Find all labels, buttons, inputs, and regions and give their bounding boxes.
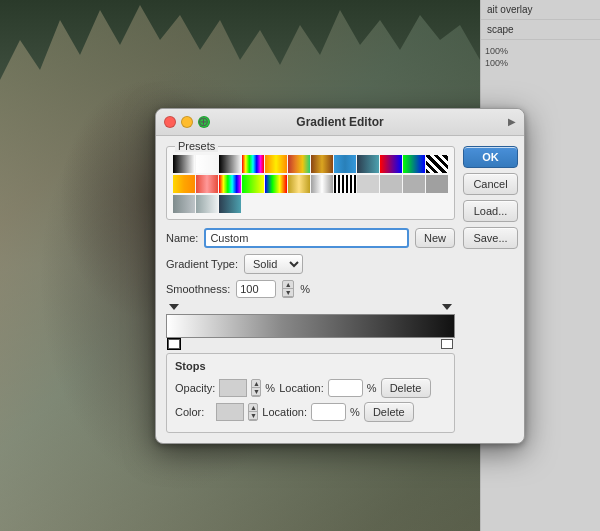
preset-12[interactable] [426, 155, 448, 173]
presets-section: Presets [166, 146, 455, 220]
preset-8[interactable] [334, 155, 356, 173]
gradient-icon: ⊕ [198, 114, 209, 129]
opacity-stop-left-arrow [169, 304, 179, 310]
color-location-unit: % [350, 406, 360, 418]
gradient-editor-dialog: ⊕ Gradient Editor ▶ Presets [155, 108, 525, 444]
stops-label: Stops [175, 360, 446, 372]
gradient-type-label: Gradient Type: [166, 258, 238, 270]
preset-16[interactable] [242, 175, 264, 193]
preset-10[interactable] [380, 155, 402, 173]
preset-17[interactable] [265, 175, 287, 193]
presets-grid-row1 [173, 155, 448, 173]
preset-6[interactable] [288, 155, 310, 173]
opacity-row: Opacity: ▲ ▼ % Location: % Delete [175, 378, 446, 398]
gradient-type-select[interactable]: Solid Noise [244, 254, 303, 274]
delete-opacity-button[interactable]: Delete [381, 378, 431, 398]
preset-21[interactable] [357, 175, 379, 193]
preset-26[interactable] [196, 195, 218, 213]
color-row: Color: ▲ ▼ Location: % Delete [175, 402, 446, 422]
dialog-buttons: OK Cancel Load... Save... [463, 146, 518, 433]
dialog-main: Presets [166, 146, 455, 433]
preset-23[interactable] [403, 175, 425, 193]
preset-14[interactable] [196, 175, 218, 193]
preset-25[interactable] [173, 195, 195, 213]
smoothness-unit: % [300, 283, 310, 295]
minimize-button[interactable] [181, 116, 193, 128]
color-stop-right[interactable] [441, 339, 453, 349]
smoothness-label: Smoothness: [166, 283, 230, 295]
color-stepper[interactable]: ▲ ▼ [248, 403, 258, 421]
preset-18[interactable] [288, 175, 310, 193]
preset-13[interactable] [173, 175, 195, 193]
stops-section: Stops Opacity: ▲ ▼ % Location: % Dele [166, 353, 455, 433]
close-button[interactable] [164, 116, 176, 128]
preset-15[interactable] [219, 175, 241, 193]
presets-legend: Presets [175, 140, 218, 152]
opacity-stop-right[interactable] [441, 304, 453, 314]
opacity-stop-right-arrow [442, 304, 452, 310]
ok-button[interactable]: OK [463, 146, 518, 168]
name-label: Name: [166, 232, 198, 244]
opacity-stepper[interactable]: ▲ ▼ [251, 379, 261, 397]
preset-7[interactable] [311, 155, 333, 173]
smoothness-input[interactable] [236, 280, 276, 298]
preset-11[interactable] [403, 155, 425, 173]
cancel-button[interactable]: Cancel [463, 173, 518, 195]
presets-grid-row2 [173, 175, 448, 193]
preset-9[interactable] [357, 155, 379, 173]
preset-24[interactable] [426, 175, 448, 193]
stepper-down-icon[interactable]: ▼ [283, 289, 293, 297]
name-field-row: Name: New [166, 228, 455, 248]
opacity-unit: % [265, 382, 275, 394]
color-stepper-down[interactable]: ▼ [249, 412, 257, 420]
gradient-bar-container [166, 304, 455, 349]
save-button[interactable]: Save... [463, 227, 518, 249]
smoothness-row: Smoothness: ▲ ▼ % [166, 280, 455, 298]
preset-22[interactable] [380, 175, 402, 193]
stepper-up-icon[interactable]: ▲ [283, 281, 293, 289]
presets-grid-row3 [173, 195, 448, 213]
opacity-stops-row [166, 304, 455, 314]
expand-icon[interactable]: ▶ [508, 116, 516, 127]
color-location-label: Location: [262, 406, 307, 418]
color-swatch[interactable] [216, 403, 244, 421]
preset-5[interactable] [265, 155, 287, 173]
title-bar: ⊕ Gradient Editor ▶ [156, 109, 524, 136]
dialog-body: Presets [156, 136, 524, 443]
opacity-stepper-up[interactable]: ▲ [252, 380, 260, 388]
opacity-location-label: Location: [279, 382, 324, 394]
name-input[interactable] [204, 228, 409, 248]
gradient-preview-bar[interactable] [166, 314, 455, 338]
color-stepper-up[interactable]: ▲ [249, 404, 257, 412]
preset-19[interactable] [311, 175, 333, 193]
new-button[interactable]: New [415, 228, 455, 248]
color-stop-left[interactable] [168, 339, 180, 349]
color-stops-row [166, 339, 455, 349]
color-location-input[interactable] [311, 403, 346, 421]
color-label: Color: [175, 406, 204, 418]
preset-20[interactable] [334, 175, 356, 193]
delete-color-button[interactable]: Delete [364, 402, 414, 422]
opacity-location-unit: % [367, 382, 377, 394]
dialog-title: Gradient Editor [296, 115, 383, 129]
opacity-stop-left[interactable] [168, 304, 180, 314]
smoothness-stepper[interactable]: ▲ ▼ [282, 280, 294, 298]
opacity-label: Opacity: [175, 382, 215, 394]
opacity-stepper-down[interactable]: ▼ [252, 388, 260, 396]
opacity-location-input[interactable] [328, 379, 363, 397]
gradient-type-row: Gradient Type: Solid Noise [166, 254, 455, 274]
preset-1[interactable] [173, 155, 195, 173]
preset-3[interactable] [219, 155, 241, 173]
opacity-swatch[interactable] [219, 379, 247, 397]
preset-4[interactable] [242, 155, 264, 173]
preset-2[interactable] [196, 155, 218, 173]
dialog-overlay: ⊕ Gradient Editor ▶ Presets [0, 0, 600, 531]
preset-27[interactable] [219, 195, 241, 213]
load-button[interactable]: Load... [463, 200, 518, 222]
